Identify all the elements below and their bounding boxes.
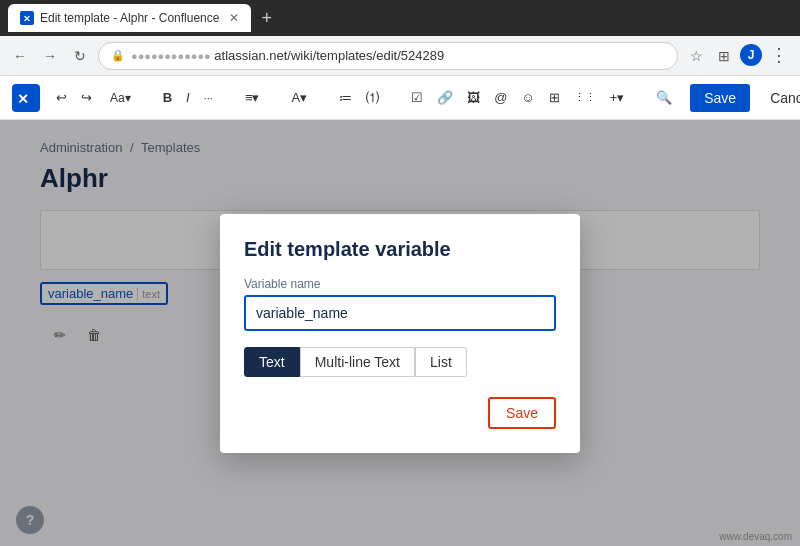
modal-overlay: Edit template variable Variable name Tex… [0,120,800,546]
back-button[interactable]: ← [8,44,32,68]
emoji-button[interactable]: ☺ [515,84,540,112]
undo-redo-group: ↩ ↪ [50,84,98,112]
tab-close-btn[interactable]: ✕ [229,11,239,25]
variable-name-input[interactable] [244,295,556,331]
cancel-toolbar-button[interactable]: Cancel [756,84,800,112]
address-actions: ☆ ⊞ J ⋮ [684,44,792,68]
bold-button[interactable]: B [157,84,178,112]
insert-group: ☑ 🔗 🖼 @ ☺ ⊞ ⋮⋮ +▾ [405,84,630,112]
lock-icon: 🔒 [111,49,125,62]
address-bar-row: ← → ↻ 🔒 ●●●●●●●●●●●● atlassian.net/wiki/… [0,36,800,76]
address-bar[interactable]: 🔒 ●●●●●●●●●●●● atlassian.net/wiki/templa… [98,42,678,70]
text-format-group: B I ··· [157,84,219,112]
tab-favicon: ✕ [20,11,34,25]
numbered-list-button[interactable]: ⑴ [360,84,385,112]
new-tab-button[interactable]: + [255,8,278,29]
extension-icon[interactable]: ⊞ [712,44,736,68]
svg-text:✕: ✕ [23,14,31,23]
checklist-button[interactable]: ☑ [405,84,429,112]
text-color-button[interactable]: A▾ [285,84,313,112]
edit-template-variable-modal: Edit template variable Variable name Tex… [220,214,580,453]
app-toolbar: ✕ ↩ ↪ Aa▾ B I ··· ≡▾ A▾ ≔ ⑴ ☑ 🔗 🖼 @ ☺ ⊞ … [0,76,800,120]
bookmark-icon[interactable]: ☆ [684,44,708,68]
italic-button[interactable]: I [180,84,196,112]
url-redacted: ●●●●●●●●●●●● [131,50,211,62]
svg-text:✕: ✕ [17,91,29,107]
save-toolbar-button[interactable]: Save [690,84,750,112]
type-text-button[interactable]: Text [244,347,300,377]
tab-bar: ✕ Edit template - Alphr - Confluence ✕ + [8,4,278,32]
redo-button[interactable]: ↪ [75,84,98,112]
link-button[interactable]: 🔗 [431,84,459,112]
bullet-list-button[interactable]: ≔ [333,84,358,112]
insert-more-button[interactable]: +▾ [604,84,631,112]
more-format-button[interactable]: ··· [198,84,219,112]
modal-save-button[interactable]: Save [488,397,556,429]
forward-button[interactable]: → [38,44,62,68]
variable-name-label: Variable name [244,277,556,291]
list-group: ≔ ⑴ [333,84,385,112]
type-buttons-group: Text Multi-line Text List [244,347,556,377]
table-button[interactable]: ⊞ [543,84,566,112]
modal-footer: Save [244,397,556,429]
browser-menu-button[interactable]: ⋮ [766,44,792,68]
active-tab[interactable]: ✕ Edit template - Alphr - Confluence ✕ [8,4,251,32]
url-display: atlassian.net/wiki/templates/edit/524289 [214,48,444,63]
profile-icon[interactable]: J [740,44,762,66]
font-button[interactable]: Aa▾ [104,84,137,112]
undo-button[interactable]: ↩ [50,84,73,112]
image-button[interactable]: 🖼 [461,84,486,112]
at-mention-button[interactable]: @ [488,84,513,112]
align-button[interactable]: ≡▾ [239,84,266,112]
browser-chrome: ✕ Edit template - Alphr - Confluence ✕ + [0,0,800,36]
search-button[interactable]: 🔍 [650,84,678,112]
refresh-button[interactable]: ↻ [68,44,92,68]
app-logo: ✕ [12,84,40,112]
type-multiline-button[interactable]: Multi-line Text [300,347,415,377]
modal-title: Edit template variable [244,238,556,261]
page-content: Administration / Templates Alphr variabl… [0,120,800,546]
url-text: ●●●●●●●●●●●● atlassian.net/wiki/template… [131,48,665,63]
tab-title: Edit template - Alphr - Confluence [40,11,219,25]
columns-button[interactable]: ⋮⋮ [568,84,602,112]
type-list-button[interactable]: List [415,347,467,377]
